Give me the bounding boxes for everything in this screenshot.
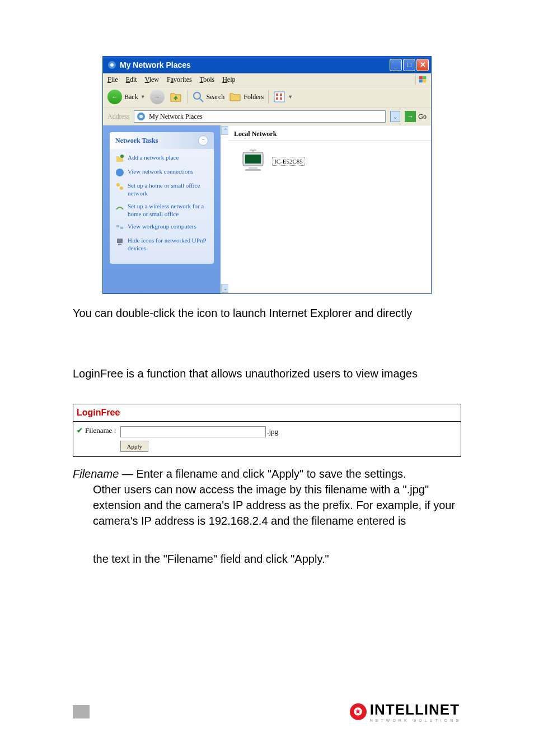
menubar: File Edit View Favorites Tools Help <box>103 73 431 86</box>
svg-rect-19 <box>116 225 119 227</box>
tasks-pane: Network Tasks ⌃ Add a network place View… <box>103 125 221 293</box>
svg-line-7 <box>200 99 203 102</box>
filename-input[interactable] <box>120 426 266 437</box>
minimize-button[interactable]: _ <box>390 59 402 71</box>
connections-icon <box>115 168 124 177</box>
address-dropdown[interactable]: ⌄ <box>390 111 400 122</box>
svg-rect-12 <box>280 97 282 100</box>
description-block: Filename — Enter a filename and click "A… <box>73 466 461 567</box>
workgroup-icon <box>115 223 124 232</box>
svg-rect-4 <box>419 80 423 82</box>
window-title: My Network Places <box>120 60 390 69</box>
brand-icon: ✪ <box>350 703 367 720</box>
task-add-network-place[interactable]: Add a network place <box>115 153 208 163</box>
svg-point-6 <box>194 92 200 99</box>
menu-help[interactable]: Help <box>222 76 235 84</box>
windows-flag-icon <box>415 74 427 85</box>
titlebar: My Network Places _ □ ✕ <box>103 57 431 73</box>
address-label: Address <box>107 113 129 121</box>
svg-rect-21 <box>117 239 123 243</box>
loginfree-title: LoginFree <box>73 404 461 422</box>
svg-rect-5 <box>423 80 427 82</box>
check-icon: ✔ <box>77 426 83 435</box>
svg-rect-20 <box>120 227 123 229</box>
toolbar: ← Back ▼ → Search Folders ▼ <box>103 86 431 108</box>
forward-button[interactable]: → <box>150 90 165 104</box>
main-pane: Local Network IC-E52C85 <box>228 125 431 293</box>
wireless-icon <box>115 203 124 212</box>
paragraph-2: LoginFree is a function that allows unau… <box>73 366 461 381</box>
tasks-header[interactable]: Network Tasks ⌃ <box>110 132 214 149</box>
back-button[interactable]: ← Back ▼ <box>107 90 146 104</box>
desc-label: Filename <box>73 468 119 480</box>
menu-favorites[interactable]: Favorites <box>167 76 192 84</box>
menu-view[interactable]: View <box>145 76 159 84</box>
device-item[interactable]: IC-E52C85 <box>228 148 431 175</box>
network-places-small-icon <box>137 112 146 121</box>
xp-window: My Network Places _ □ ✕ File Edit View F… <box>102 56 432 294</box>
extension-label: .jpg <box>267 427 278 436</box>
svg-point-15 <box>120 155 124 158</box>
task-view-connections[interactable]: View network connections <box>115 167 208 177</box>
svg-rect-26 <box>245 169 261 171</box>
group-header: Local Network <box>228 128 431 141</box>
task-home-network[interactable]: Set up a home or small office network <box>115 181 208 198</box>
add-place-icon <box>115 154 124 163</box>
svg-rect-10 <box>280 94 282 96</box>
apply-button[interactable]: Apply <box>120 441 148 452</box>
task-workgroup[interactable]: View workgroup computers <box>115 222 208 232</box>
svg-rect-8 <box>274 92 284 102</box>
page-number-box <box>73 705 90 718</box>
svg-point-17 <box>116 183 120 186</box>
monitor-icon <box>240 148 266 175</box>
footer: ✪ INTELLINET NETWORK SOLUTIONS <box>0 701 534 722</box>
network-places-icon <box>107 60 116 69</box>
svg-rect-22 <box>118 244 121 245</box>
address-bar: Address My Network Places ⌄ → Go <box>103 108 431 125</box>
folders-button[interactable]: Folders <box>229 91 264 103</box>
collapse-icon[interactable]: ⌃ <box>198 136 208 146</box>
svg-rect-3 <box>423 76 427 79</box>
brand-logo: ✪ INTELLINET NETWORK SOLUTIONS <box>350 701 461 722</box>
search-icon <box>192 91 204 103</box>
svg-rect-25 <box>249 167 257 169</box>
menu-file[interactable]: File <box>107 76 118 84</box>
home-network-icon <box>115 182 124 191</box>
device-label: IC-E52C85 <box>272 157 305 166</box>
svg-rect-24 <box>245 155 261 164</box>
address-field[interactable]: My Network Places <box>134 110 386 123</box>
search-button[interactable]: Search <box>192 91 225 103</box>
task-hide-upnp[interactable]: Hide icons for networked UPnP devices <box>115 236 208 253</box>
svg-rect-9 <box>276 94 278 96</box>
svg-point-1 <box>110 63 114 67</box>
menu-edit[interactable]: Edit <box>126 76 137 84</box>
content-area: Network Tasks ⌃ Add a network place View… <box>103 125 431 293</box>
views-icon <box>273 91 285 103</box>
views-button[interactable]: ▼ <box>273 91 293 103</box>
upnp-icon <box>115 237 124 246</box>
loginfree-panel: LoginFree ✔ Filename : .jpg Apply <box>73 404 461 457</box>
go-button[interactable]: → Go <box>405 111 427 122</box>
up-folder-icon[interactable] <box>169 90 182 104</box>
task-wireless-network[interactable]: Set up a wireless network for a home or … <box>115 202 208 218</box>
svg-point-14 <box>139 115 143 118</box>
paragraph-1: You can double-click the icon to launch … <box>73 305 461 321</box>
svg-point-16 <box>116 169 124 176</box>
folders-icon <box>229 91 241 103</box>
go-arrow-icon: → <box>405 111 416 122</box>
svg-rect-2 <box>419 76 423 79</box>
close-button[interactable]: ✕ <box>416 59 429 71</box>
svg-rect-11 <box>276 97 278 100</box>
back-icon: ← <box>107 90 122 104</box>
menu-tools[interactable]: Tools <box>200 76 215 84</box>
maximize-button[interactable]: □ <box>403 59 415 71</box>
inner-scrollbar[interactable]: ⌃ ⌄ <box>221 125 228 293</box>
filename-label: Filename : <box>85 426 116 435</box>
svg-point-18 <box>120 186 123 190</box>
